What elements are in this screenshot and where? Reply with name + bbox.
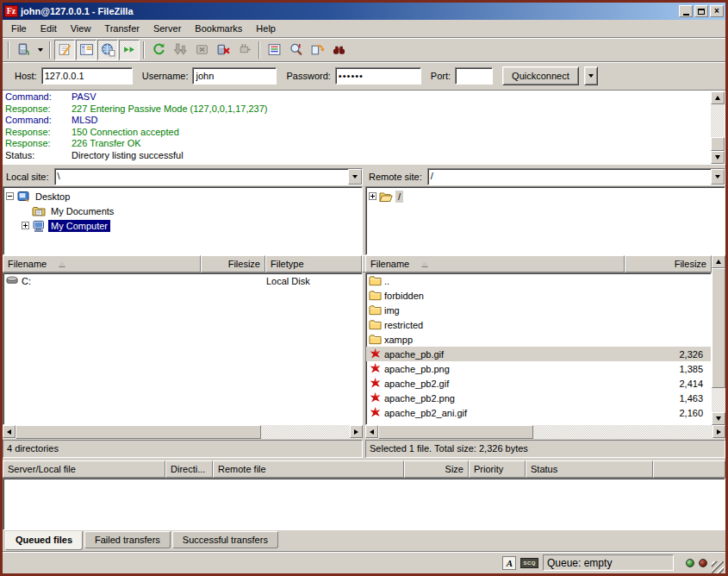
title-bar[interactable]: Fz john@127.0.0.1 - FileZilla ×	[3, 3, 725, 20]
toggle-local-tree-button[interactable]	[76, 40, 96, 60]
remote-horizontal-scrollbar[interactable]	[365, 425, 725, 439]
column-header-filesize[interactable]: Filesize	[201, 255, 265, 272]
refresh-button[interactable]	[148, 40, 169, 60]
column-header-size[interactable]: Size	[404, 460, 469, 478]
message-log[interactable]: Command:PASV Response:227 Entering Passi…	[3, 91, 725, 165]
toggle-message-log-button[interactable]	[54, 40, 75, 60]
file-row[interactable]: forbidden	[366, 288, 711, 303]
column-header-priority[interactable]: Priority	[469, 460, 526, 478]
menu-edit[interactable]: Edit	[34, 21, 64, 36]
remote-site-dropdown-button[interactable]	[711, 169, 725, 185]
menu-help[interactable]: Help	[249, 21, 283, 36]
maximize-button[interactable]	[694, 5, 708, 17]
tab-queued-files[interactable]: Queued files	[5, 531, 83, 550]
reconnect-button[interactable]	[234, 40, 255, 60]
column-header-remote-file[interactable]: Remote file	[213, 460, 404, 478]
menu-transfer[interactable]: Transfer	[97, 21, 146, 36]
menu-bookmarks[interactable]: Bookmarks	[188, 21, 249, 36]
file-row[interactable]: apache_pb2_ani.gif 2,160	[366, 405, 711, 420]
scrollbar-thumb[interactable]	[712, 268, 725, 388]
scroll-down-button[interactable]	[712, 412, 725, 425]
log-vertical-scrollbar[interactable]	[711, 91, 725, 164]
toggle-transfer-queue-button[interactable]	[119, 40, 140, 60]
transfer-queue-list[interactable]	[3, 478, 725, 530]
remote-site-combobox[interactable]: /	[427, 168, 725, 185]
file-row[interactable]: xampp	[366, 332, 711, 347]
scroll-up-button[interactable]	[711, 91, 725, 104]
scroll-right-button[interactable]	[350, 425, 363, 438]
directory-listing-filters-button[interactable]	[264, 40, 284, 60]
disconnect-button[interactable]	[213, 40, 233, 60]
column-header-server-local-file[interactable]: Server/Local file	[3, 460, 165, 478]
expand-icon[interactable]	[22, 222, 29, 229]
password-input[interactable]	[335, 67, 421, 85]
remote-file-list[interactable]: .. forbidden img	[365, 272, 712, 425]
remote-status-text: Selected 1 file. Total size: 2,326 bytes	[365, 440, 725, 458]
username-input[interactable]	[192, 67, 277, 85]
local-tree-icon	[79, 42, 94, 57]
remote-vertical-scrollbar[interactable]	[712, 255, 725, 425]
close-icon: ×	[714, 7, 719, 16]
file-row[interactable]: apache_pb2.gif 2,414	[366, 376, 711, 391]
toggle-remote-tree-button[interactable]	[97, 40, 118, 60]
host-input[interactable]	[41, 67, 133, 85]
directory-comparison-button[interactable]	[285, 40, 306, 60]
scroll-left-button[interactable]	[365, 425, 378, 438]
column-header-filetype[interactable]: Filetype	[265, 255, 362, 272]
scroll-down-button[interactable]	[711, 151, 725, 164]
remote-directory-tree[interactable]: /	[365, 186, 725, 255]
close-button[interactable]: ×	[710, 5, 724, 17]
local-site-combobox[interactable]: \	[54, 168, 363, 185]
find-files-button[interactable]	[328, 40, 349, 60]
quickconnect-button[interactable]: Quickconnect	[502, 66, 579, 85]
tree-item-desktop[interactable]: Desktop	[3, 189, 362, 203]
file-row[interactable]: img	[366, 303, 711, 317]
minimize-button[interactable]	[679, 5, 693, 17]
folder-icon	[369, 318, 382, 331]
site-manager-button[interactable]	[13, 40, 34, 60]
tree-item-my-computer[interactable]: My Computer	[3, 218, 362, 233]
process-queue-button[interactable]	[170, 40, 190, 60]
file-row-selected[interactable]: apache_pb.gif 2,326	[366, 347, 711, 361]
collapse-icon[interactable]	[6, 192, 14, 200]
site-manager-dropdown[interactable]	[34, 40, 46, 60]
port-input[interactable]	[455, 67, 493, 85]
file-row[interactable]: apache_pb2.png 1,463	[366, 391, 711, 405]
local-horizontal-scrollbar[interactable]	[3, 425, 363, 439]
tab-successful-transfers[interactable]: Successful transfers	[172, 531, 278, 548]
scrollbar-thumb[interactable]	[711, 137, 725, 151]
column-header-filename[interactable]: Filename	[3, 255, 201, 272]
folder-icon	[369, 304, 382, 316]
file-row[interactable]: restricted	[366, 317, 711, 332]
column-header-filesize[interactable]: Filesize	[625, 255, 712, 272]
menu-file[interactable]: File	[4, 21, 34, 36]
column-header-status[interactable]: Status	[526, 460, 653, 478]
scroll-left-button[interactable]	[3, 425, 16, 438]
file-row-c-drive[interactable]: C: Local Disk	[3, 273, 362, 288]
scroll-right-button[interactable]	[712, 425, 725, 438]
tree-item-my-documents[interactable]: My Documents	[3, 203, 362, 218]
image-file-icon	[369, 377, 382, 390]
menu-server[interactable]: Server	[146, 21, 188, 36]
column-header-filename[interactable]: Filename	[365, 255, 625, 272]
tab-failed-transfers[interactable]: Failed transfers	[84, 531, 171, 548]
quickconnect-dropdown[interactable]	[584, 66, 598, 85]
expand-icon[interactable]	[369, 192, 376, 200]
local-directory-tree[interactable]: Desktop My Documents My Computer	[3, 186, 363, 255]
cancel-operation-button[interactable]	[191, 40, 212, 60]
local-site-dropdown-button[interactable]	[348, 169, 362, 185]
menu-view[interactable]: View	[64, 21, 98, 36]
synchronized-browsing-button[interactable]	[307, 40, 327, 60]
arrow-down-icon	[716, 416, 721, 421]
log-line: Response:227 Entering Passive Mode (127,…	[5, 103, 710, 116]
column-header-direction[interactable]: Directi...	[165, 460, 213, 478]
file-row[interactable]: apache_pb.png 1,385	[366, 361, 711, 376]
log-line: Response:226 Transfer OK	[5, 138, 710, 150]
tree-item-root[interactable]: /	[366, 189, 725, 203]
scrollbar-thumb[interactable]	[378, 425, 533, 439]
resize-grip[interactable]	[712, 561, 724, 573]
scrollbar-thumb[interactable]	[16, 425, 261, 439]
scroll-up-button[interactable]	[712, 255, 725, 268]
file-row[interactable]: ..	[366, 273, 711, 288]
local-file-list[interactable]: C: Local Disk	[3, 272, 363, 425]
